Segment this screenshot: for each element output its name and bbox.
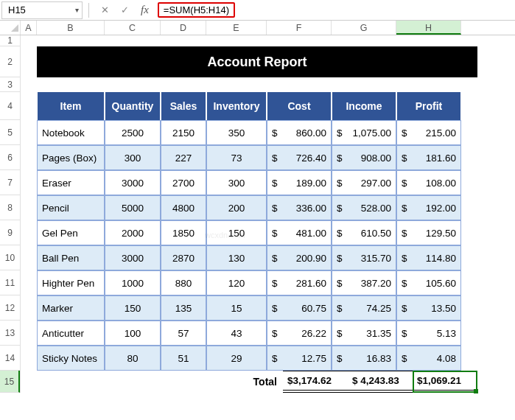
cell-income[interactable]: $315.70 [332, 245, 396, 270]
formula-input[interactable]: =SUM(H5:H14) [155, 3, 515, 18]
cell-item[interactable]: Ball Pen [37, 245, 105, 270]
cell-income[interactable]: $16.83 [332, 346, 396, 371]
cell-profit[interactable]: $108.00 [396, 170, 461, 195]
cell-cost[interactable]: $281.60 [267, 270, 332, 295]
col-header-B[interactable]: B [37, 21, 105, 35]
cell-qty[interactable]: 3000 [105, 170, 161, 195]
cell-sales[interactable]: 227 [161, 145, 206, 170]
total-profit[interactable]: $1,069.21 [413, 371, 477, 393]
row-header-11[interactable]: 11 [0, 270, 20, 295]
row-header-8[interactable]: 8 [0, 195, 20, 220]
cell-profit[interactable]: $129.50 [396, 220, 461, 245]
cell-qty[interactable]: 5000 [105, 195, 161, 220]
cell-cost[interactable]: $481.00 [267, 220, 332, 245]
cell-qty[interactable]: 150 [105, 295, 161, 321]
cell-inventory[interactable]: 29 [206, 346, 267, 371]
cell-item[interactable]: Eraser [37, 170, 105, 195]
cell-qty[interactable]: 100 [105, 321, 161, 346]
row-header-2[interactable]: 2 [0, 46, 20, 77]
row-header-1[interactable]: 1 [0, 35, 20, 46]
cell-inventory[interactable]: 150 [206, 220, 267, 245]
cell-qty[interactable]: 3000 [105, 245, 161, 270]
cell-income[interactable]: $31.35 [332, 321, 396, 346]
cell-cost[interactable]: $860.00 [267, 120, 332, 145]
cell-sales[interactable]: 2700 [161, 170, 206, 195]
row-header-5[interactable]: 5 [0, 120, 20, 145]
cell-sales[interactable]: 51 [161, 346, 206, 371]
cell-item[interactable]: Notebook [37, 120, 105, 145]
cell-qty[interactable]: 300 [105, 145, 161, 170]
col-header-F[interactable]: F [267, 21, 332, 35]
cell-inventory[interactable]: 350 [206, 120, 267, 145]
cell-profit[interactable]: $105.60 [396, 270, 461, 295]
cell-qty[interactable]: 2500 [105, 120, 161, 145]
row-header-15[interactable]: 15 [0, 371, 20, 393]
cell-sales[interactable]: 880 [161, 270, 206, 295]
cell-profit[interactable]: $114.80 [396, 245, 461, 270]
cell-cost[interactable]: $26.22 [267, 321, 332, 346]
cancel-icon[interactable]: ✕ [101, 4, 109, 15]
cell-item[interactable]: Highter Pen [37, 270, 105, 295]
row-header-9[interactable]: 9 [0, 220, 20, 245]
cell-profit[interactable]: $192.00 [396, 195, 461, 220]
cell-profit[interactable]: $181.60 [396, 145, 461, 170]
cell-sales[interactable]: 135 [161, 295, 206, 321]
cell-sales[interactable]: 4800 [161, 195, 206, 220]
cell-inventory[interactable]: 43 [206, 321, 267, 346]
cell-item[interactable]: Marker [37, 295, 105, 321]
col-header-D[interactable]: D [161, 21, 206, 35]
sheet-area[interactable]: Account Report Item Quantity Sales Inven… [21, 35, 477, 393]
cell-sales[interactable]: 57 [161, 321, 206, 346]
cell-qty[interactable]: 2000 [105, 220, 161, 245]
row-header-3[interactable]: 3 [0, 77, 20, 92]
cell-cost[interactable]: $12.75 [267, 346, 332, 371]
cell-income[interactable]: $74.25 [332, 295, 396, 321]
row-header-4[interactable]: 4 [0, 92, 20, 120]
cell-cost[interactable]: $726.40 [267, 145, 332, 170]
cell-item[interactable]: Sticky Notes [37, 346, 105, 371]
cell-inventory[interactable]: 73 [206, 145, 267, 170]
cell-profit[interactable]: $13.50 [396, 295, 461, 321]
fx-icon[interactable]: fx [141, 4, 149, 16]
cell-inventory[interactable]: 200 [206, 195, 267, 220]
cell-item[interactable]: Gel Pen [37, 220, 105, 245]
cell-income[interactable]: $297.00 [332, 170, 396, 195]
cell-cost[interactable]: $189.00 [267, 170, 332, 195]
cell-inventory[interactable]: 15 [206, 295, 267, 321]
cell-profit[interactable]: $215.00 [396, 120, 461, 145]
enter-icon[interactable]: ✓ [121, 4, 129, 15]
row-header-14[interactable]: 14 [0, 346, 20, 371]
cell-income[interactable]: $908.00 [332, 145, 396, 170]
cell-item[interactable]: Anticutter [37, 321, 105, 346]
cell-income[interactable]: $1,075.00 [332, 120, 396, 145]
cell-item[interactable]: Pages (Box) [37, 145, 105, 170]
cell-item[interactable]: Pencil [37, 195, 105, 220]
col-header-G[interactable]: G [332, 21, 396, 35]
cell-cost[interactable]: $60.75 [267, 295, 332, 321]
cell-inventory[interactable]: 120 [206, 270, 267, 295]
cell-sales[interactable]: 1850 [161, 220, 206, 245]
col-header-H[interactable]: H [396, 21, 461, 35]
cell-qty[interactable]: 80 [105, 346, 161, 371]
cell-cost[interactable]: $336.00 [267, 195, 332, 220]
total-income[interactable]: $ 4,243.83 [348, 371, 413, 393]
row-header-12[interactable]: 12 [0, 295, 20, 321]
cell-sales[interactable]: 2870 [161, 245, 206, 270]
cell-inventory[interactable]: 130 [206, 245, 267, 270]
cell-cost[interactable]: $200.90 [267, 245, 332, 270]
row-header-7[interactable]: 7 [0, 170, 20, 195]
col-header-C[interactable]: C [105, 21, 161, 35]
cell-income[interactable]: $610.50 [332, 220, 396, 245]
cell-sales[interactable]: 2150 [161, 120, 206, 145]
cell-profit[interactable]: $4.08 [396, 346, 461, 371]
row-header-13[interactable]: 13 [0, 321, 20, 346]
col-header-A[interactable]: A [21, 21, 37, 35]
cell-inventory[interactable]: 300 [206, 170, 267, 195]
row-header-6[interactable]: 6 [0, 145, 20, 170]
select-all-corner[interactable] [0, 21, 21, 35]
cell-income[interactable]: $387.20 [332, 270, 396, 295]
cell-profit[interactable]: $5.13 [396, 321, 461, 346]
cell-income[interactable]: $528.00 [332, 195, 396, 220]
cell-qty[interactable]: 1000 [105, 270, 161, 295]
row-header-10[interactable]: 10 [0, 245, 20, 270]
